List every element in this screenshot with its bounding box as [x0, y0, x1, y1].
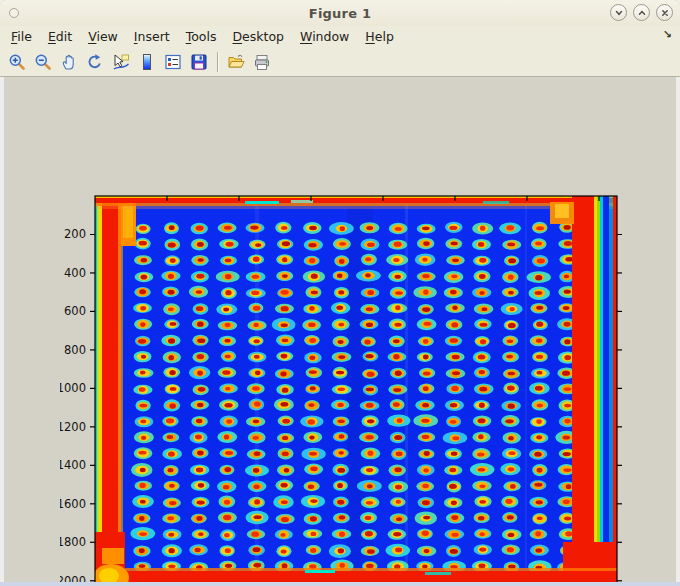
chevron-up-icon [637, 8, 647, 18]
menu-help[interactable]: Help [357, 27, 402, 46]
maximize-button[interactable] [633, 4, 650, 21]
print-figure-button[interactable] [249, 50, 275, 74]
window-edge-bottom [0, 582, 680, 586]
pan-button[interactable] [56, 50, 82, 74]
pan-hand-icon [60, 53, 78, 71]
open-file-button[interactable] [223, 50, 249, 74]
svg-text:1600: 1600 [60, 497, 86, 511]
title-bar[interactable]: Figure 1 [0, 0, 680, 27]
toolbar-separator [217, 52, 218, 72]
menu-insert[interactable]: Insert [126, 27, 178, 46]
menu-edit[interactable]: Edit [40, 27, 80, 46]
svg-text:1000: 1000 [60, 381, 86, 395]
svg-text:600: 600 [64, 304, 86, 318]
menu-overflow-arrow-icon[interactable]: ↘ [663, 28, 672, 41]
menu-desktop[interactable]: Desktop [224, 27, 292, 46]
zoom-out-button[interactable] [30, 50, 56, 74]
svg-text:1400: 1400 [60, 458, 86, 472]
close-icon [660, 8, 670, 18]
legend-icon [164, 53, 182, 71]
svg-text:1800: 1800 [60, 535, 86, 549]
svg-text:1200: 1200 [60, 420, 86, 434]
data-cursor-icon [112, 53, 130, 71]
menu-file[interactable]: File [3, 27, 40, 46]
save-icon [190, 53, 208, 71]
svg-text:400: 400 [64, 266, 86, 280]
window-edge-left [0, 77, 4, 582]
window-title: Figure 1 [0, 6, 680, 21]
axes-plot[interactable]: 200400600800100012001400 200400600800100… [60, 188, 660, 586]
menu-view[interactable]: View [80, 27, 126, 46]
zoom-in-icon [8, 53, 26, 71]
rotate-3d-button[interactable] [82, 50, 108, 74]
menu-window[interactable]: Window [292, 27, 357, 46]
zoom-in-button[interactable] [4, 50, 30, 74]
zoom-out-icon [34, 53, 52, 71]
window-edge-right [676, 77, 680, 582]
chevron-down-icon [614, 8, 624, 18]
save-figure-button[interactable] [186, 50, 212, 74]
microarray-image [93, 196, 617, 586]
window-controls [610, 4, 673, 21]
close-button[interactable] [656, 4, 673, 21]
open-folder-icon [227, 53, 245, 71]
insert-legend-button[interactable] [160, 50, 186, 74]
figure-window: { "window": { "title": "Figure 1", "cont… [0, 0, 680, 586]
rotate-3d-icon [86, 53, 104, 71]
data-cursor-button[interactable] [108, 50, 134, 74]
menu-tools[interactable]: Tools [178, 27, 225, 46]
menu-bar: FileEditViewInsertToolsDesktopWindowHelp… [0, 26, 680, 47]
colorbar-icon [138, 53, 156, 71]
shade-button[interactable] [610, 4, 627, 21]
svg-text:800: 800 [64, 343, 86, 357]
figure-toolbar [0, 47, 680, 77]
insert-colorbar-button[interactable] [134, 50, 160, 74]
figure-canvas: 200400600800100012001400 200400600800100… [0, 77, 680, 586]
svg-text:200: 200 [64, 227, 86, 241]
y-axis-tick-labels: 200400600800100012001400160018002000 [60, 227, 86, 586]
printer-icon [253, 53, 271, 71]
